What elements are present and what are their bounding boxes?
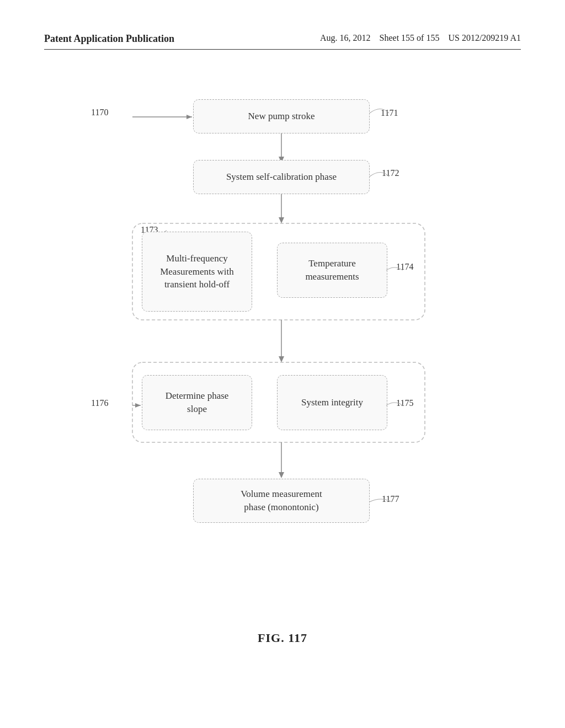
system-self-calibration-box: System self-calibration phase	[193, 160, 370, 194]
temperature-box: Temperature measurements	[277, 243, 387, 298]
arrow-1172	[370, 168, 414, 185]
arrow-1176	[99, 400, 145, 411]
arrow-1171	[370, 105, 414, 121]
diagram: New pump stroke 1171 1170 System self-ca…	[44, 77, 521, 656]
arrow-1177	[370, 496, 408, 507]
header-date: Aug. 16, 2012	[320, 33, 371, 42]
header-info: Aug. 16, 2012 Sheet 155 of 155 US 2012/2…	[320, 33, 521, 43]
page: Patent Application Publication Aug. 16, …	[0, 0, 565, 728]
svg-marker-9	[279, 472, 284, 478]
header-sheet: Sheet 155 of 155	[380, 33, 440, 42]
determine-phase-box: Determine phase slope	[142, 375, 252, 430]
arrow-1174	[386, 265, 414, 276]
publication-title: Patent Application Publication	[44, 33, 174, 45]
figure-caption: FIG. 117	[258, 631, 307, 645]
svg-marker-13	[135, 403, 141, 408]
arrow-1175	[386, 400, 414, 411]
arrow-1170	[99, 111, 196, 122]
new-pump-stroke-box: New pump stroke	[193, 99, 370, 133]
svg-marker-6	[279, 356, 284, 362]
page-header: Patent Application Publication Aug. 16, …	[44, 33, 521, 50]
header-patent: US 2012/209219 A1	[448, 33, 521, 42]
svg-marker-11	[186, 115, 192, 119]
multi-frequency-box: Multi-frequency Measurements with transi…	[142, 232, 252, 312]
system-integrity-box: System integrity	[277, 375, 387, 430]
volume-measurement-box: Volume measurement phase (monontonic)	[193, 479, 370, 523]
svg-marker-3	[279, 217, 284, 223]
